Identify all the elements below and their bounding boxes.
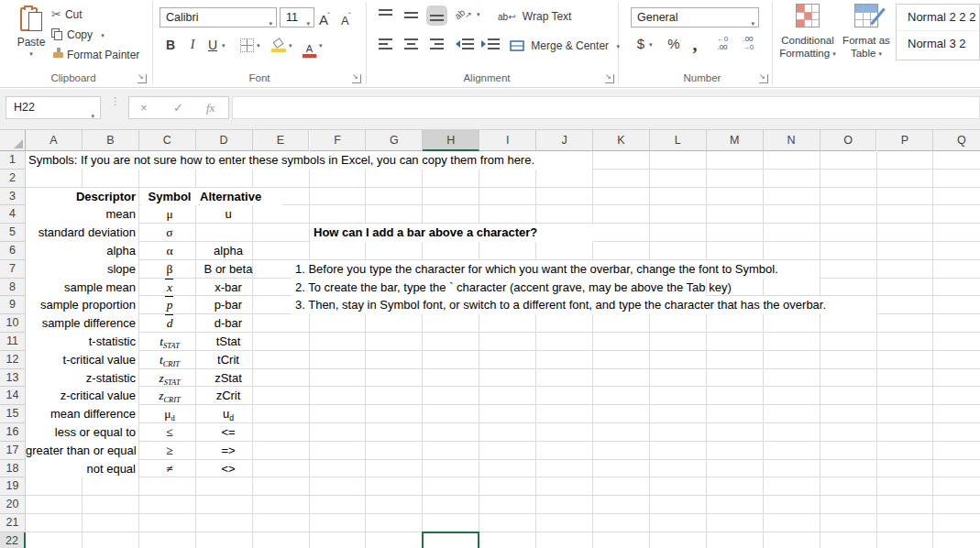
row-header-11[interactable]: 11: [0, 333, 26, 351]
format-painter-button[interactable]: Format Painter: [51, 46, 139, 64]
style-gallery-item[interactable]: Normal 3 2: [897, 30, 979, 56]
cell-help-item-3[interactable]: 3. Then, stay in Symbol font, or switch …: [292, 296, 876, 314]
cell-symbol-row9[interactable]: p: [141, 296, 198, 314]
orientation-button[interactable]: ab↗ ▾: [455, 7, 480, 20]
cell-alternative-row16[interactable]: <=: [200, 423, 257, 442]
cell-descriptor-row12[interactable]: t-critical value: [26, 351, 138, 369]
font-family-combo[interactable]: Calibri ▾: [160, 7, 277, 27]
copy-button[interactable]: Copy ▾: [51, 26, 105, 44]
name-box[interactable]: H22 ▾: [6, 96, 101, 119]
align-bottom-button[interactable]: [429, 8, 445, 23]
row-header-17[interactable]: 17: [0, 442, 26, 460]
cell-symbol-row7[interactable]: β: [141, 260, 198, 279]
cut-button[interactable]: ✂Cut: [51, 5, 83, 24]
column-header-D[interactable]: D: [196, 130, 253, 151]
row-header-4[interactable]: 4: [0, 205, 26, 224]
cell-alternative-row9[interactable]: p-bar: [200, 296, 257, 314]
cell-symbol-row12[interactable]: tCRIT: [141, 351, 198, 369]
bold-button[interactable]: B: [163, 35, 178, 55]
column-header-B[interactable]: B: [83, 130, 139, 151]
cell-symbol-row13[interactable]: zSTAT: [141, 369, 198, 388]
cell-descriptor-row5[interactable]: standard deviation: [26, 224, 138, 242]
decrease-decimal-button[interactable]: .00→0: [737, 35, 759, 51]
cell-help-title[interactable]: How can I add a bar above a character?: [311, 224, 593, 242]
paste-button[interactable]: Paste ▾: [13, 4, 50, 73]
cell-alternative-row15[interactable]: ud: [200, 405, 257, 423]
increase-font-size-button[interactable]: Aˆ: [319, 5, 330, 26]
column-header-C[interactable]: C: [139, 130, 196, 151]
row-header-16[interactable]: 16: [0, 423, 26, 442]
cell-symbol-row17[interactable]: ≥: [141, 442, 198, 460]
column-header-E[interactable]: E: [253, 130, 310, 151]
conditional-formatting-button[interactable]: Conditional Formatting ▾: [778, 4, 837, 60]
column-header-G[interactable]: G: [366, 130, 423, 151]
cell-descriptor-row15[interactable]: mean difference: [26, 405, 138, 423]
cell-symbol-row8[interactable]: x: [141, 279, 198, 297]
alignment-dialog-launcher[interactable]: ↘: [605, 74, 614, 83]
row-header-19[interactable]: 19: [0, 477, 26, 496]
row-header-2[interactable]: 2: [0, 170, 26, 188]
cell-symbol-row4[interactable]: μ: [141, 205, 198, 224]
formula-input[interactable]: [232, 96, 980, 119]
percent-format-button[interactable]: %: [666, 33, 682, 55]
row-header-21[interactable]: 21: [0, 514, 26, 532]
row-header-8[interactable]: 8: [0, 279, 26, 297]
cell-symbol-row14[interactable]: zCRIT: [141, 387, 198, 405]
enter-icon[interactable]: ✓: [173, 97, 183, 118]
row-header-6[interactable]: 6: [0, 242, 26, 260]
row-header-20[interactable]: 20: [0, 496, 26, 514]
cell-descriptor-row13[interactable]: z-statistic: [26, 369, 138, 388]
font-color-button[interactable]: A▾: [303, 35, 323, 55]
column-header-N[interactable]: N: [764, 130, 820, 151]
format-as-table-button[interactable]: Format as Table ▾: [837, 4, 896, 60]
decrease-indent-button[interactable]: [455, 37, 475, 51]
cell-symbol-row18[interactable]: ≠: [141, 460, 198, 478]
number-dialog-launcher[interactable]: ↘: [759, 74, 768, 83]
cell-symbol-row11[interactable]: tSTAT: [141, 333, 198, 351]
column-header-P[interactable]: P: [877, 130, 934, 151]
cell-help-item-2[interactable]: 2. To create the bar, type the ` charact…: [292, 279, 706, 297]
wrap-text-button[interactable]: ab↩ Wrap Text: [498, 7, 571, 26]
decrease-font-size-button[interactable]: Aˇ: [341, 5, 351, 26]
cell-descriptor-row8[interactable]: sample mean: [26, 279, 138, 297]
cell-A1[interactable]: Symbols: If you are not sure how to ente…: [26, 151, 592, 170]
increase-decimal-button[interactable]: ←0.00: [711, 35, 733, 51]
align-middle-button[interactable]: [403, 8, 419, 23]
row-header-5[interactable]: 5: [0, 224, 26, 242]
font-size-combo[interactable]: 11 ▾: [280, 7, 314, 27]
borders-button[interactable]: ▾: [240, 35, 260, 55]
cell-alternative-row18[interactable]: <>: [200, 460, 257, 478]
comma-format-button[interactable]: ,: [689, 33, 700, 55]
cell-descriptor-row16[interactable]: less or equal to: [26, 423, 138, 442]
cell-alternative-row17[interactable]: =>: [200, 442, 257, 460]
align-right-button[interactable]: [429, 37, 445, 51]
cell-symbol-row5[interactable]: σ: [141, 224, 198, 242]
select-all-button[interactable]: [0, 130, 26, 151]
column-header-A[interactable]: A: [26, 130, 83, 151]
row-header-18[interactable]: 18: [0, 460, 26, 478]
row-header-12[interactable]: 12: [0, 351, 26, 369]
align-center-button[interactable]: [403, 37, 419, 51]
currency-format-button[interactable]: $: [634, 33, 647, 55]
cell-symbol-row16[interactable]: ≤: [141, 423, 198, 442]
column-header-I[interactable]: I: [479, 130, 536, 151]
cell-alternative-row4[interactable]: u: [200, 205, 257, 224]
align-top-button[interactable]: [378, 8, 393, 23]
row-header-22[interactable]: 22: [0, 532, 26, 548]
chevron-down-icon[interactable]: ▾: [222, 35, 226, 55]
cell-descriptor-row4[interactable]: mean: [26, 205, 138, 224]
cell-descriptor-row14[interactable]: z-critical value: [26, 387, 138, 405]
insert-function-icon[interactable]: fx: [206, 97, 215, 118]
cell-symbol-row10[interactable]: d: [141, 314, 198, 333]
cell-alternative-row7[interactable]: B or beta: [200, 260, 257, 279]
cell-alternative-row13[interactable]: zStat: [200, 369, 257, 388]
row-header-15[interactable]: 15: [0, 405, 26, 423]
cell-descriptor-row17[interactable]: greater than or equal to: [26, 442, 138, 460]
column-header-F[interactable]: F: [310, 130, 367, 151]
cell-descriptor-row10[interactable]: sample difference: [26, 314, 138, 333]
cell-C3-symbol-header[interactable]: Symbol: [141, 188, 198, 206]
font-dialog-launcher[interactable]: ↘: [352, 74, 361, 83]
style-gallery-item[interactable]: Normal 2 2 2 2: [897, 5, 979, 30]
column-header-Q[interactable]: Q: [933, 130, 980, 151]
column-header-H[interactable]: H: [423, 130, 479, 151]
